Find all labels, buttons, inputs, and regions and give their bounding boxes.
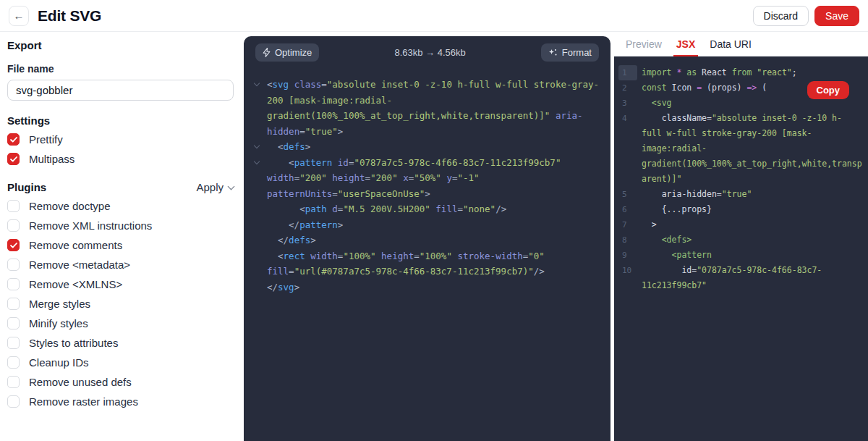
editor-toolbar: Optimize 8.63kb → 4.56kb Format	[244, 36, 610, 67]
discard-button[interactable]: Discard	[753, 6, 809, 26]
code-line: <path d="M.5 200V.5H200" fill="none"/>	[255, 201, 603, 217]
checkbox-unchecked-icon[interactable]	[7, 356, 20, 369]
chevron-down-icon[interactable]	[254, 143, 260, 148]
checkbox-unchecked-icon[interactable]	[7, 298, 20, 310]
checkbox-row-plugin[interactable]: Remove <XMLNS>	[7, 274, 234, 294]
jsx-code-line: 1import * as React from "react";	[618, 65, 864, 80]
fold-gutter	[255, 124, 267, 140]
checkbox-unchecked-icon[interactable]	[7, 395, 20, 408]
code-line: fill="url(#0787a7c5-978c-4f66-83c7-11c21…	[255, 264, 603, 280]
optimize-button[interactable]: Optimize	[255, 43, 319, 62]
code-line: <rect width="100%" height="100%" stroke-…	[255, 248, 603, 264]
checkbox-unchecked-icon[interactable]	[7, 376, 20, 388]
fold-gutter	[255, 186, 267, 202]
code-line: hidden="true">	[255, 124, 603, 140]
export-heading: Export	[7, 39, 234, 51]
format-label: Format	[562, 47, 592, 58]
checkbox-row-plugin[interactable]: Remove <metadata>	[7, 255, 234, 274]
line-number: 1	[618, 65, 637, 80]
file-name-input[interactable]	[7, 80, 234, 101]
checkbox-row-plugin[interactable]: Minify styles	[7, 314, 234, 333]
line-number: 8	[618, 232, 637, 248]
checkbox-label: Remove comments	[29, 239, 122, 251]
checkbox-row-setting[interactable]: Prettify	[7, 130, 234, 149]
checkbox-checked-icon[interactable]	[7, 153, 20, 165]
checkbox-checked-icon[interactable]	[7, 133, 20, 146]
code-line: width="200" height="200" x="50%" y="-1"	[255, 170, 603, 186]
checkbox-row-plugin[interactable]: Remove XML instructions	[7, 216, 234, 235]
checkbox-label: Cleanup IDs	[29, 356, 89, 369]
header: ← Edit SVG Discard Save	[0, 0, 868, 32]
checkbox-checked-icon[interactable]	[7, 239, 20, 251]
line-number: 6	[618, 202, 637, 217]
fold-gutter	[255, 155, 267, 171]
tab-data-uri[interactable]: Data URI	[702, 32, 759, 56]
checkbox-row-plugin[interactable]: Cleanup IDs	[7, 353, 234, 372]
file-size-change: 8.63kb → 4.56kb	[394, 47, 465, 58]
line-number: 10	[618, 263, 637, 278]
header-actions: Discard Save	[753, 6, 859, 26]
jsx-code-line: 7>	[618, 217, 864, 232]
settings-heading: Settings	[7, 114, 234, 127]
chevron-down-icon[interactable]	[254, 80, 260, 86]
checkbox-unchecked-icon[interactable]	[7, 317, 20, 329]
chevron-down-icon[interactable]	[254, 159, 260, 164]
line-number: 7	[618, 217, 637, 232]
checkbox-row-plugin[interactable]: Remove doctype	[7, 196, 234, 216]
checkbox-unchecked-icon[interactable]	[7, 219, 20, 232]
code-line: <pattern id="0787a7c5-978c-4f66-83c7-11c…	[255, 155, 603, 171]
tab-preview[interactable]: Preview	[618, 32, 669, 56]
jsx-code-line: arent)]"	[618, 172, 864, 187]
code-line: </defs>	[255, 232, 603, 248]
copy-button[interactable]: Copy	[807, 81, 850, 99]
line-number: 9	[618, 248, 637, 263]
code-line: </svg>	[255, 280, 603, 295]
checkbox-row-plugin[interactable]: Remove comments	[7, 235, 234, 255]
save-button[interactable]: Save	[814, 6, 859, 26]
jsx-code-line: 4className="absolute inset-0 -z-10 h-	[618, 111, 864, 126]
arrow-left-icon: ←	[14, 9, 25, 22]
code-line: <defs>	[255, 139, 603, 155]
fold-gutter	[255, 108, 267, 124]
fold-gutter	[255, 248, 267, 264]
checkbox-unchecked-icon[interactable]	[7, 337, 20, 349]
check-icon	[10, 156, 17, 162]
checkbox-row-plugin[interactable]: Styles to attributes	[7, 333, 234, 353]
back-button[interactable]: ←	[9, 6, 29, 26]
checkbox-row-plugin[interactable]: Merge styles	[7, 294, 234, 314]
checkbox-row-plugin[interactable]: Remove unused defs	[7, 372, 234, 392]
format-button[interactable]: Format	[541, 43, 599, 62]
svg-source-code[interactable]: <svg class="absolute inset-0 -z-10 h-ful…	[244, 67, 610, 295]
apply-dropdown[interactable]: Apply	[196, 181, 234, 193]
checkbox-label: Remove XML instructions	[29, 219, 152, 232]
fold-gutter	[255, 280, 267, 295]
sparkles-icon	[548, 48, 558, 57]
checkbox-label: Remove doctype	[29, 200, 111, 212]
fold-gutter	[255, 139, 267, 155]
check-icon	[10, 137, 17, 143]
checkbox-label: Remove unused defs	[29, 376, 132, 388]
fold-gutter	[255, 217, 267, 233]
code-line: <svg class="absolute inset-0 -z-10 h-ful…	[255, 77, 603, 93]
checkbox-label: Styles to attributes	[29, 337, 118, 349]
fold-gutter	[255, 170, 267, 186]
chevron-down-icon	[228, 182, 235, 190]
checkbox-label: Remove <metadata>	[29, 259, 130, 271]
checkbox-unchecked-icon[interactable]	[7, 278, 20, 290]
checkbox-row-setting[interactable]: Multipass	[7, 149, 234, 169]
tab-jsx[interactable]: JSX	[669, 32, 702, 56]
checkbox-label: Remove raster images	[29, 395, 138, 408]
checkbox-label: Minify styles	[29, 317, 88, 329]
jsx-code-line: 9<pattern	[618, 248, 864, 263]
checkbox-label: Multipass	[29, 153, 75, 165]
checkbox-row-plugin[interactable]: Remove raster images	[7, 392, 234, 411]
checkbox-unchecked-icon[interactable]	[7, 259, 20, 271]
line-number: 5	[618, 187, 637, 202]
jsx-code-line: gradient(100%_100%_at_top_right,white,tr…	[618, 156, 864, 172]
settings-list: PrettifyMultipass	[7, 130, 234, 169]
checkbox-unchecked-icon[interactable]	[7, 200, 20, 212]
jsx-code-line: 6{...props}	[618, 202, 864, 217]
checkbox-label: Remove <XMLNS>	[29, 278, 122, 290]
code-line: patternUnits="userSpaceOnUse">	[255, 186, 603, 202]
jsx-code-line: 11c213f99cb7"	[618, 278, 864, 293]
